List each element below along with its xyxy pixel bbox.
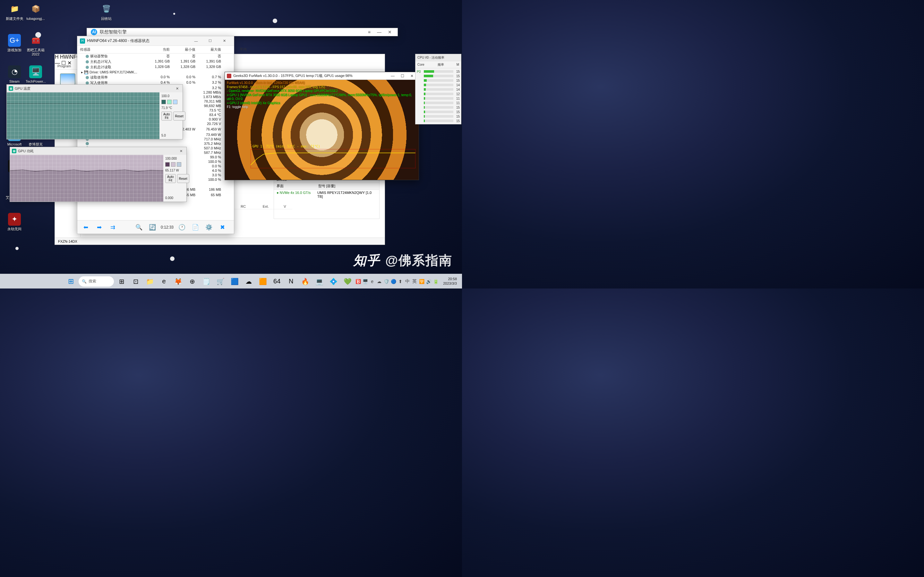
tray-icon[interactable]: 🔵: [391, 279, 396, 284]
sensor-row[interactable]: 读取使用率0.0 %0.0 %0.7 %: [78, 75, 234, 80]
sensor-row[interactable]: 主机总计写入1,391 GB1,391 GB1,391 GB: [78, 59, 234, 64]
gpu-pwr-max: 100.000: [165, 157, 184, 160]
tray-icon[interactable]: 英: [412, 279, 417, 284]
cpu-freq-panel: CPU #0 - 活动频率 Core 频率 M P015151514141211…: [415, 54, 461, 124]
desktop-icon[interactable]: 🧰图吧工具箱 2022: [26, 34, 45, 56]
sensor-row[interactable]: 375.2 MHz1,375.2 MHz: [78, 141, 234, 146]
autofit-button[interactable]: Auto Fit: [162, 111, 172, 121]
taskbar-app[interactable]: 💻: [313, 275, 326, 288]
menu-icon[interactable]: ≡: [368, 29, 371, 35]
minimize-button[interactable]: —: [388, 74, 397, 78]
save-icon[interactable]: 📄: [190, 222, 200, 232]
close-x-icon[interactable]: ✖: [217, 222, 228, 232]
taskbar: ⊞ 🔍 搜索 ⊞⊡📁e🦊⊕🗒️🛒🟦☁🟧64N🔥💻💠💚 🅱️🖥️e☁🛡️🔵⬆中英🛜…: [0, 274, 462, 288]
maximize-button[interactable]: ☐: [397, 74, 407, 78]
close-button[interactable]: ✕: [388, 29, 392, 35]
taskbar-app[interactable]: ☁: [242, 275, 255, 288]
furmark-title: Geeks3D FurMark v1.30.0.0 - 157FPS, GPU1…: [233, 73, 388, 78]
desktop-icon[interactable]: G+游戏加加: [5, 34, 24, 52]
taskbar-app[interactable]: 💠: [327, 275, 340, 288]
drives-col-iface: 界面: [276, 184, 318, 189]
search-icon: 🔍: [82, 279, 87, 284]
minimize-button[interactable]: —: [189, 37, 203, 45]
taskbar-app[interactable]: 🛒: [214, 275, 227, 288]
close-icon[interactable]: ✕: [178, 149, 184, 153]
taskbar-app[interactable]: 💚: [341, 275, 354, 288]
swatch-2[interactable]: [167, 100, 172, 104]
swatch-2[interactable]: [171, 162, 176, 167]
reset-button[interactable]: Reset: [173, 111, 186, 121]
cpu-core-row: 15: [417, 110, 460, 114]
tray-icon[interactable]: ⬆: [397, 279, 403, 284]
drives-panel: Drives 界面 型号 [容量] ● NVMe 4x 16.0 GT/s UM…: [274, 176, 380, 219]
taskbar-app[interactable]: 🗒️: [200, 275, 213, 288]
refresh-icon[interactable]: 🔄: [147, 222, 158, 232]
tray-icon[interactable]: 🅱️: [355, 279, 361, 284]
graph-icon: ▦: [12, 149, 16, 153]
cpu-core-row: 15: [417, 114, 460, 119]
taskbar-app[interactable]: 64: [270, 275, 283, 288]
maximize-button[interactable]: ☐: [203, 37, 217, 45]
furmark-graph-label: GPU 1: 71°C (min: 52°C - max: 71°C): [252, 145, 320, 148]
minimize-button[interactable]: —: [377, 29, 381, 35]
nav-dbl-icon[interactable]: ⇉: [107, 222, 118, 232]
cpu-core-row: 15: [417, 105, 460, 110]
autofit-button[interactable]: Auto Fit: [165, 174, 176, 183]
start-button[interactable]: ⊞: [65, 275, 78, 288]
taskbar-app[interactable]: 📁: [144, 275, 156, 288]
tray-icon[interactable]: 🖥️: [362, 279, 368, 284]
tray-icon[interactable]: 🛜: [419, 279, 425, 284]
desktop-icon[interactable]: 📦tubagongj...: [26, 3, 45, 21]
tray-icon[interactable]: 🔊: [426, 279, 431, 284]
desktop-icon[interactable]: 📁新建文件夹: [5, 3, 24, 21]
cpuf-col-m: M: [457, 63, 459, 66]
desktop-icon[interactable]: 🖥️TechPower...: [26, 65, 45, 84]
reset-button[interactable]: Reset: [177, 174, 189, 183]
cpu-core-row: 14: [417, 87, 460, 92]
nav-fwd-icon[interactable]: ➡: [94, 222, 104, 232]
furmark-icon: [227, 74, 231, 78]
sensor-row[interactable]: ▸ 💾 Drive: UMIS RPEYJ1T24MK...: [78, 70, 234, 75]
taskbar-search[interactable]: 🔍 搜索: [79, 276, 114, 287]
gear-icon[interactable]: ⚙️: [204, 222, 214, 232]
tray-icon[interactable]: 中: [405, 279, 410, 284]
taskbar-app[interactable]: 🔥: [299, 275, 312, 288]
swatch-1[interactable]: [162, 100, 166, 104]
taskbar-app[interactable]: e: [158, 275, 170, 288]
swatch-1[interactable]: [165, 162, 170, 167]
gpu-temp-cur: 71.9 °C: [162, 106, 181, 110]
swatch-3[interactable]: [177, 162, 181, 167]
lenovo-icon: AI: [91, 29, 97, 35]
gpu-temp-title: GPU 温度: [15, 86, 174, 91]
gpu-pwr-min: 0.000: [165, 196, 184, 200]
taskbar-app[interactable]: ⊕: [186, 275, 199, 288]
taskbar-clock[interactable]: 20:58 2023/3/3: [441, 277, 459, 285]
desktop-icon[interactable]: 🗑️回收站: [96, 3, 116, 21]
taskbar-app[interactable]: ⊞: [115, 275, 128, 288]
tray-icon[interactable]: 🔋: [433, 279, 439, 284]
svg-rect-1: [10, 171, 163, 201]
graph-icon: ▦: [9, 86, 13, 91]
sensor-row[interactable]: 驱动器警告否否否: [78, 53, 234, 59]
sensor-row[interactable]: 主机总计读取1,328 GB1,328 GB1,328 GB: [78, 64, 234, 70]
taskbar-app[interactable]: 🟦: [228, 275, 241, 288]
taskbar-app[interactable]: ⊡: [129, 275, 142, 288]
desktop-icon[interactable]: ◔Steam: [5, 65, 24, 84]
drive-iface: ● NVMe 4x 16.0 GT/s: [276, 191, 317, 198]
close-button[interactable]: ✕: [217, 37, 231, 45]
clock-icon[interactable]: 🕐: [177, 222, 187, 232]
tray-icon[interactable]: e: [369, 279, 375, 284]
cpu-core-row: 12: [417, 92, 460, 96]
tray-icon[interactable]: 🛡️: [383, 279, 389, 284]
taskbar-app[interactable]: 🦊: [172, 275, 184, 288]
swatch-3[interactable]: [173, 100, 178, 104]
close-icon[interactable]: ✕: [174, 87, 181, 91]
menu-program[interactable]: Program: [57, 64, 71, 68]
cpuf-col-freq: 频率: [425, 63, 457, 67]
taskbar-app[interactable]: N: [284, 275, 297, 288]
taskbar-app[interactable]: 🟧: [256, 275, 269, 288]
desktop-icon[interactable]: ✦永劫无间: [5, 213, 24, 231]
search-icon[interactable]: 🔍: [134, 222, 144, 232]
nav-back-icon[interactable]: ⬅: [81, 222, 91, 232]
tray-icon[interactable]: ☁: [376, 279, 382, 284]
